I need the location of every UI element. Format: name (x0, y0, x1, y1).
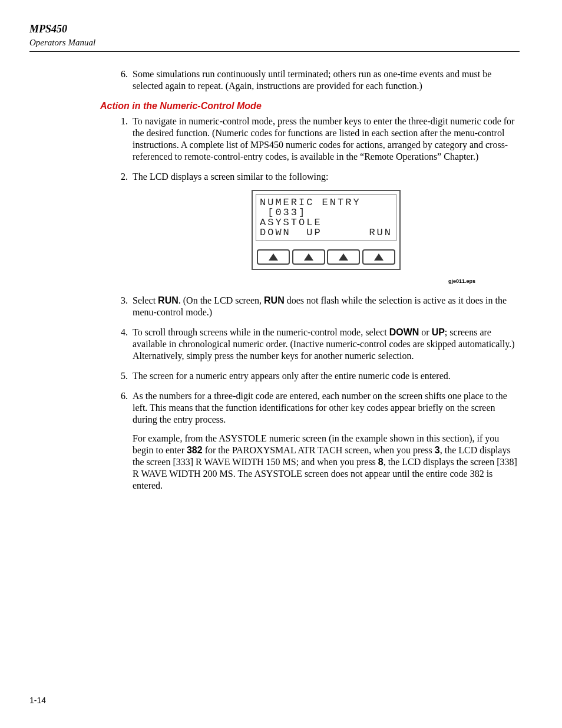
page-number: 1-14 (29, 696, 46, 706)
lcd-line-3: ASYSTOLE (260, 218, 392, 228)
list-text: As the numbers for a three-digit code ar… (133, 390, 520, 426)
softkey-1[interactable] (257, 249, 290, 265)
list-text: Some simulations run continuously until … (133, 68, 520, 92)
bold-run: DOWN (389, 327, 419, 337)
continuation-list: 6. Some simulations run continuously unt… (29, 68, 520, 92)
triangle-up-icon (374, 253, 384, 261)
bold-run: 3 (435, 445, 440, 455)
list-text: For example, from the ASYSTOLE numeric s… (133, 433, 520, 492)
bold-run: RUN (264, 295, 285, 305)
list-item: 3. Select RUN. (On the LCD screen, RUN d… (115, 295, 520, 318)
list-marker: 1. (115, 116, 128, 127)
list-item: 2. The LCD displays a screen similar to … (115, 171, 520, 270)
doc-title: MPS450 (29, 22, 520, 36)
triangle-up-icon (269, 253, 278, 261)
list-text: To navigate in numeric-control mode, pre… (133, 116, 520, 163)
lcd-figure: NUMERIC ENTRY [033]ASYSTOLEDOWN UPRUN (252, 190, 401, 270)
page: MPS450 Operators Manual 6. Some simulati… (0, 0, 562, 728)
triangle-up-icon (339, 253, 348, 261)
list-text: The LCD displays a screen similar to the… (133, 171, 520, 183)
bold-run: 382 (187, 445, 203, 455)
lcd-line-1: NUMERIC ENTRY (260, 197, 392, 207)
triangle-up-icon (304, 253, 313, 261)
svg-marker-0 (269, 253, 278, 261)
doc-subtitle: Operators Manual (29, 37, 520, 48)
lcd-left-label: DOWN UP (260, 228, 322, 238)
bold-run: UP (432, 327, 445, 337)
list-item: 4. To scroll through screens while in th… (115, 327, 520, 362)
list-marker: 3. (115, 295, 128, 307)
numeric-control-list: 1. To navigate in numeric-control mode, … (29, 116, 520, 270)
list-text: The screen for a numeric entry appears o… (133, 370, 520, 382)
softkey-3[interactable] (327, 249, 360, 265)
lcd-line-4: DOWN UPRUN (260, 228, 392, 238)
figure-caption: gje011.eps (29, 278, 520, 285)
svg-marker-2 (339, 253, 348, 261)
list-marker: 2. (115, 171, 128, 183)
numeric-control-list-continued: 3. Select RUN. (On the LCD screen, RUN d… (29, 295, 520, 492)
list-item: 5. The screen for a numeric entry appear… (115, 370, 520, 382)
list-marker: 6. (115, 68, 128, 80)
bold-run: RUN (158, 295, 178, 305)
list-text: To scroll through screens while in the n… (133, 327, 520, 362)
list-text: Select RUN. (On the LCD screen, RUN does… (133, 295, 520, 318)
softkey-4[interactable] (362, 249, 395, 265)
list-marker: 6. (115, 390, 128, 402)
bold-run: 8 (378, 457, 384, 467)
running-header: MPS450 Operators Manual (29, 22, 520, 52)
svg-marker-1 (304, 253, 313, 261)
list-item: 6. Some simulations run continuously unt… (115, 68, 520, 92)
softkey-2[interactable] (292, 249, 325, 265)
list-marker: 5. (115, 370, 128, 382)
svg-marker-3 (374, 253, 384, 261)
lcd-button-row (256, 249, 396, 265)
lcd-device: NUMERIC ENTRY [033]ASYSTOLEDOWN UPRUN (252, 190, 401, 270)
section-heading: Action in the Numeric-Control Mode (100, 100, 520, 112)
list-item: 1. To navigate in numeric-control mode, … (115, 116, 520, 163)
list-item: 6. As the numbers for a three-digit code… (115, 390, 520, 492)
lcd-line-2: [033] (260, 207, 392, 218)
list-marker: 4. (115, 327, 128, 338)
lcd-screen: NUMERIC ENTRY [033]ASYSTOLEDOWN UPRUN (256, 194, 396, 241)
lcd-right-label: RUN (369, 228, 392, 238)
